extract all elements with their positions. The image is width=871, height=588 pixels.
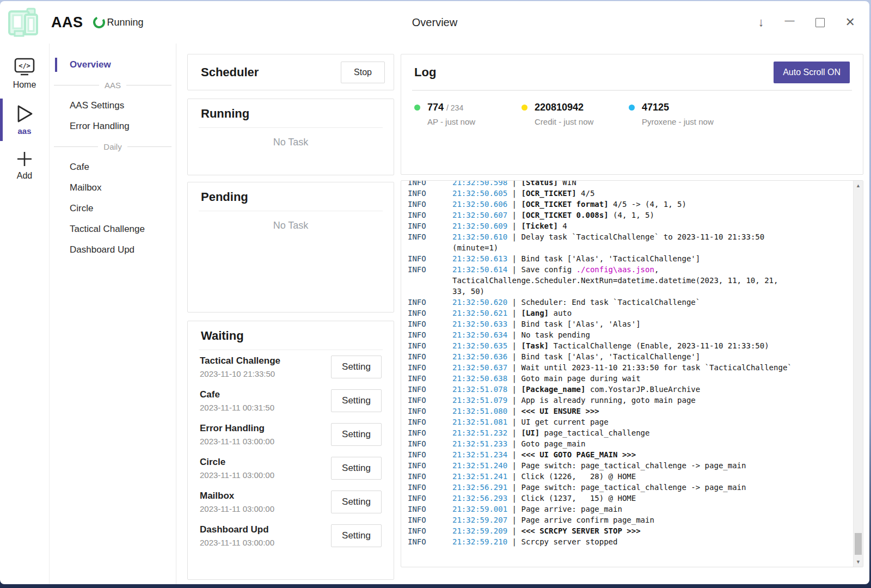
waiting-task-info: Tactical Challenge2023-11-10 21:33:50: [200, 356, 280, 378]
scheduler-title: Scheduler: [201, 65, 259, 79]
log-timestamp: 21:32:50.621: [452, 309, 507, 317]
log-message: 21:32:51.233 | Goto page_main: [452, 438, 847, 449]
log-separator: |: [507, 385, 521, 394]
log-scrollbar[interactable]: ▲ ▼: [853, 181, 863, 567]
log-level: INFO: [408, 373, 452, 384]
divider-line: [54, 85, 99, 85]
resource-stat: 220810942Credit - just now: [522, 102, 629, 126]
maximize-icon[interactable]: [815, 18, 825, 27]
log-separator: |: [507, 396, 521, 405]
log-line: INFO21:32:51.241 | Click (1226, 28) @ HO…: [408, 471, 847, 482]
log-timestamp: 21:32:50.613: [452, 254, 507, 263]
setting-button[interactable]: Setting: [331, 524, 382, 547]
log-line: (minute=1): [408, 242, 847, 253]
sidebar-item-circle[interactable]: Circle: [50, 198, 176, 219]
sidebar-item-mailbox[interactable]: Mailbox: [50, 177, 176, 198]
log-timestamp: 21:32:50.637: [452, 363, 507, 372]
log-line: INFO21:32:51.080 | <<< UI ENSURE >>>: [408, 406, 847, 416]
resource-label: Pyroxene - just now: [642, 117, 736, 126]
sidebar-item-cafe[interactable]: Cafe: [50, 157, 176, 177]
stop-button[interactable]: Stop: [341, 62, 385, 83]
waiting-task-info: Cafe2023-11-11 00:31:50: [200, 389, 274, 412]
log-message: 21:32:59.209 | <<< SCRCPY SERVER STOP >>…: [452, 525, 847, 536]
minimize-icon[interactable]: —: [785, 15, 795, 25]
resource-value-row: 220810942: [522, 102, 629, 113]
sidebar-item-error-handling[interactable]: Error Handling: [50, 116, 176, 137]
rail-item-aas[interactable]: aas: [0, 101, 49, 139]
log-level: INFO: [408, 308, 452, 318]
resource-stats: 774/ 234AP - just now220810942Credit - j…: [412, 91, 852, 126]
resource-dot-icon: [522, 105, 527, 111]
resource-value: 774: [427, 102, 444, 113]
divider-line: [127, 146, 171, 147]
sidebar-item-dashboard-upd[interactable]: Dashboard Upd: [50, 240, 176, 260]
log-separator: |: [507, 407, 521, 415]
log-level: INFO: [408, 329, 452, 340]
log-timestamp: 21:32:50.635: [452, 341, 507, 350]
log-separator: |: [507, 526, 521, 535]
scrollbar-thumb[interactable]: [855, 533, 862, 555]
nav-section-divider: Daily: [50, 137, 176, 157]
setting-button[interactable]: Setting: [331, 423, 382, 446]
waiting-task-info: Dashboard Upd2023-11-11 03:00:00: [200, 524, 274, 547]
log-timestamp: 21:32:51.078: [452, 385, 507, 394]
log-line: INFO21:32:51.234 | <<< UI GOTO PAGE_MAIN…: [408, 449, 847, 460]
setting-button[interactable]: Setting: [331, 491, 382, 513]
resource-dot-icon: [414, 105, 420, 111]
log-message: 21:32:56.291 | Page switch: page_tactica…: [452, 482, 847, 493]
rail-item-home[interactable]: </> Home: [0, 53, 49, 93]
log-timestamp: 21:32:56.293: [452, 494, 507, 503]
log-timestamp: 21:32:50.614: [452, 265, 507, 274]
log-separator: |: [507, 232, 521, 241]
log-separator: |: [507, 461, 521, 470]
rail-item-add[interactable]: Add: [0, 146, 49, 184]
sidebar-item-tactical-challenge[interactable]: Tactical Challenge: [50, 219, 176, 240]
log-level: INFO: [408, 231, 452, 242]
log-message: 21:32:50.637 | Wait until 2023-11-10 21:…: [452, 362, 847, 373]
log-timestamp: 21:32:50.633: [452, 320, 507, 328]
waiting-task-time: 2023-11-11 03:00:00: [200, 538, 274, 547]
auto-scroll-button[interactable]: Auto Scroll ON: [774, 62, 850, 83]
log-separator: |: [507, 494, 521, 503]
log-timestamp: 21:32:51.234: [452, 450, 507, 459]
log-timestamp: 21:32:56.291: [452, 483, 507, 492]
log-separator: |: [507, 341, 521, 350]
play-icon: [15, 104, 34, 124]
log-message: 21:32:50.613 | Bind task ['Alas', 'Tacti…: [452, 253, 847, 264]
setting-button[interactable]: Setting: [331, 457, 382, 480]
log-message: 21:32:51.241 | Click (1226, 28) @ HOME: [452, 471, 847, 482]
log-message: 21:32:50.598 | [Status] WIN: [452, 180, 847, 188]
running-title: Running: [201, 107, 249, 120]
waiting-task-row: Dashboard Upd2023-11-11 03:00:00Setting: [199, 519, 383, 553]
waiting-task-list: Tactical Challenge2023-11-10 21:33:50Set…: [199, 350, 383, 553]
setting-button[interactable]: Setting: [331, 356, 382, 378]
log-line: INFO21:32:50.607 | [OCR_TICKET 0.008s] (…: [408, 210, 847, 220]
sidebar-item-aas-settings[interactable]: AAS Settings: [50, 95, 176, 116]
log-message: 21:32:59.210 | Scrcpy server stopped: [452, 536, 847, 547]
svg-text:</>: </>: [19, 62, 30, 70]
waiting-task-name: Dashboard Upd: [200, 524, 274, 535]
log-timestamp: 21:32:59.001: [452, 505, 507, 513]
log-line: INFO21:32:59.209 | <<< SCRCPY SERVER STO…: [408, 525, 847, 536]
plus-icon: [16, 150, 33, 168]
download-update-icon[interactable]: ↓: [758, 16, 764, 28]
sidebar-item-overview[interactable]: Overview: [50, 54, 176, 75]
log-line: INFO21:32:59.210 | Scrcpy server stopped: [408, 536, 847, 547]
setting-button[interactable]: Setting: [331, 389, 382, 412]
log-separator: |: [507, 374, 521, 383]
log-separator: |: [507, 472, 521, 481]
log-line: INFO21:32:56.291 | Page switch: page_tac…: [408, 482, 847, 493]
scroll-down-icon[interactable]: ▼: [854, 557, 863, 567]
log-timestamp: 21:32:51.232: [452, 428, 507, 437]
rail-label: aas: [17, 126, 31, 136]
log-line: TacticalChallenge.Scheduler.NextRun=date…: [408, 275, 847, 286]
log-message: 21:32:50.609 | [Ticket] 4: [452, 220, 847, 231]
waiting-task-name: Mailbox: [200, 491, 274, 501]
close-icon[interactable]: ✕: [845, 16, 855, 28]
waiting-task-info: Circle2023-11-11 03:00:00: [200, 457, 274, 480]
log-level: INFO: [408, 493, 452, 504]
log-level: INFO: [408, 438, 452, 449]
log-level: INFO: [408, 362, 452, 373]
log-separator: |: [507, 180, 521, 187]
scroll-up-icon[interactable]: ▲: [854, 181, 863, 191]
